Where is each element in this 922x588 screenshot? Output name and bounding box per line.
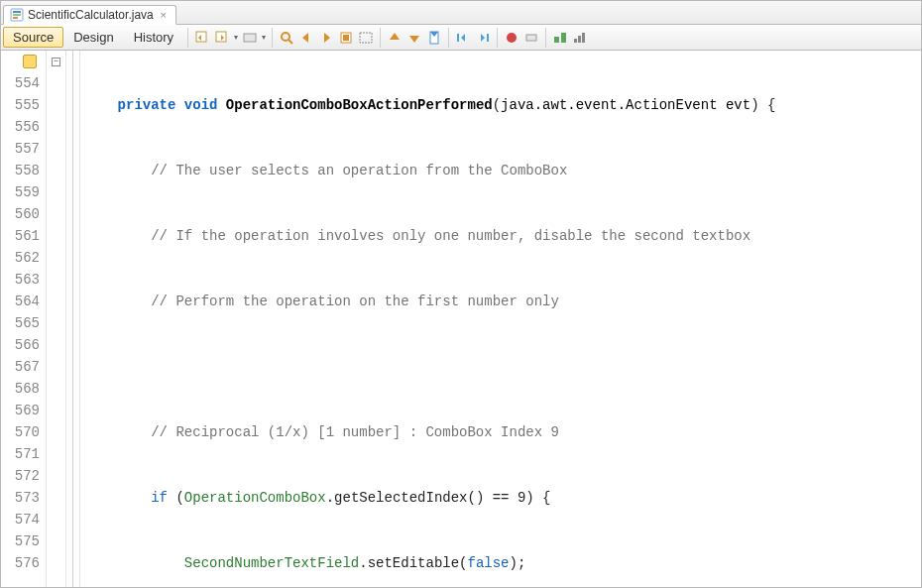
svg-point-15 <box>507 33 517 43</box>
line-number: 565 <box>1 312 40 334</box>
line-number: 560 <box>1 203 40 225</box>
separator <box>545 28 546 48</box>
line-number: 568 <box>1 378 40 400</box>
subtab-source[interactable]: Source <box>3 27 63 48</box>
fold-gutter: − <box>47 51 66 587</box>
fold-toggle-icon[interactable]: − <box>52 58 60 66</box>
find-next-icon[interactable] <box>317 29 335 47</box>
line-number: 556 <box>1 116 40 138</box>
shift-right-icon[interactable] <box>474 29 492 47</box>
code-line: // If the operation involves only one nu… <box>84 225 921 247</box>
line-number-gutter: 554 555 556 557 558 559 560 561 562 563 … <box>1 51 47 587</box>
gutter-warning-icon[interactable] <box>1 51 40 72</box>
svg-rect-16 <box>526 35 536 41</box>
file-tab-label: ScientificCalculator.java <box>28 8 154 22</box>
line-number: 557 <box>1 138 40 160</box>
line-number: 571 <box>1 443 40 465</box>
separator <box>497 28 498 48</box>
editor-subbar: Source Design History ▾ ▾ <box>1 25 921 51</box>
line-number: 559 <box>1 181 40 203</box>
subtab-history[interactable]: History <box>124 27 183 48</box>
toggle-bookmark-icon[interactable] <box>337 29 355 47</box>
line-number: 558 <box>1 160 40 181</box>
line-number: 555 <box>1 94 40 116</box>
toggle-highlight-icon[interactable] <box>241 29 259 47</box>
editor-tabbar: ScientificCalculator.java × <box>1 1 921 25</box>
line-number: 575 <box>1 530 40 552</box>
toggle-dropdown-icon[interactable]: ▾ <box>260 33 268 42</box>
code-line: // The user selects an operation from th… <box>84 160 921 181</box>
line-number: 561 <box>1 225 40 247</box>
svg-rect-1 <box>13 11 21 13</box>
line-number: 554 <box>1 72 40 94</box>
code-area[interactable]: private void OperationComboBoxActionPerf… <box>80 51 921 587</box>
macro-play-icon[interactable] <box>522 29 540 47</box>
nav-dropdown-icon[interactable]: ▾ <box>232 33 240 42</box>
last-edit-icon[interactable] <box>193 29 211 47</box>
svg-rect-3 <box>13 17 18 19</box>
java-file-icon <box>10 8 24 22</box>
svg-rect-18 <box>561 33 566 43</box>
code-line: // Perform the operation on the first nu… <box>84 291 921 312</box>
svg-rect-11 <box>360 33 372 43</box>
macro-record-icon[interactable] <box>503 29 520 47</box>
code-line: if (OperationComboBox.getSelectedIndex()… <box>84 487 921 509</box>
line-number: 569 <box>1 400 40 421</box>
line-number: 563 <box>1 269 40 291</box>
line-number: 574 <box>1 509 40 530</box>
comment-icon[interactable] <box>551 29 569 47</box>
code-line <box>84 356 921 378</box>
separator <box>380 28 381 48</box>
svg-rect-17 <box>554 37 559 43</box>
subtab-design[interactable]: Design <box>63 27 123 48</box>
svg-rect-2 <box>13 14 21 16</box>
prev-bookmark-icon[interactable] <box>386 29 403 47</box>
svg-rect-20 <box>578 36 581 43</box>
forward-icon[interactable] <box>213 29 231 47</box>
fold-guide <box>66 51 80 587</box>
svg-rect-6 <box>244 34 256 42</box>
svg-point-7 <box>282 33 289 41</box>
find-prev-icon[interactable] <box>297 29 315 47</box>
shift-left-icon[interactable] <box>454 29 472 47</box>
find-selection-icon[interactable] <box>278 29 295 47</box>
separator <box>272 28 273 48</box>
line-number: 572 <box>1 465 40 487</box>
line-number: 576 <box>1 552 40 574</box>
line-number: 564 <box>1 291 40 312</box>
svg-rect-10 <box>343 35 349 41</box>
svg-line-8 <box>288 40 292 44</box>
code-line: SecondNumberTextField.setEditable(false)… <box>84 552 921 574</box>
toggle-rect-select-icon[interactable] <box>357 29 375 47</box>
line-number: 566 <box>1 334 40 356</box>
svg-rect-19 <box>574 39 577 43</box>
uncomment-icon[interactable] <box>571 29 589 47</box>
line-number: 562 <box>1 247 40 269</box>
code-line: // Reciprocal (1/x) [1 number] : ComboBo… <box>84 421 921 443</box>
line-number: 570 <box>1 421 40 443</box>
svg-rect-21 <box>582 33 585 43</box>
code-editor[interactable]: 554 555 556 557 558 559 560 561 562 563 … <box>1 51 921 587</box>
line-number: 567 <box>1 356 40 378</box>
code-line: private void OperationComboBoxActionPerf… <box>84 94 921 116</box>
file-tab[interactable]: ScientificCalculator.java × <box>3 5 176 25</box>
separator <box>187 28 188 48</box>
toggle-bookmark2-icon[interactable] <box>425 29 443 47</box>
next-bookmark-icon[interactable] <box>405 29 423 47</box>
separator <box>448 28 449 48</box>
close-tab-icon[interactable]: × <box>158 9 170 21</box>
line-number: 573 <box>1 487 40 509</box>
